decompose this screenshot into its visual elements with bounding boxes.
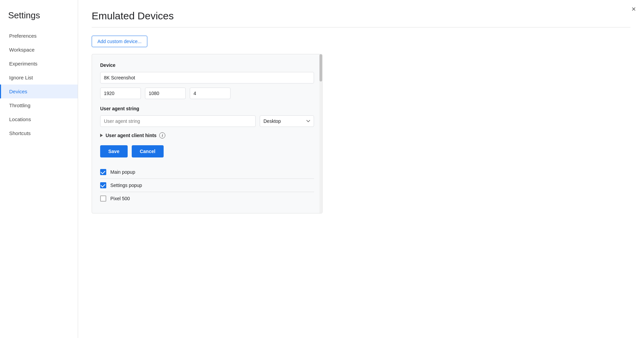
sidebar-item-preferences[interactable]: Preferences (0, 29, 78, 43)
sidebar-item-throttling[interactable]: Throttling (0, 98, 78, 112)
sidebar-item-label-preferences: Preferences (9, 33, 37, 39)
save-button[interactable]: Save (100, 145, 128, 157)
settings-popup-checkbox[interactable] (100, 182, 106, 188)
main-popup-checkbox[interactable] (100, 169, 106, 175)
dpr-input[interactable] (190, 88, 231, 99)
cancel-button[interactable]: Cancel (132, 145, 164, 157)
sidebar-item-label-ignore-list: Ignore List (9, 75, 33, 80)
pixel-500-checkbox[interactable] (100, 195, 106, 202)
user-agent-row: Desktop Mobile Tablet (100, 115, 314, 127)
sidebar-item-locations[interactable]: Locations (0, 112, 78, 126)
width-input[interactable] (100, 88, 141, 99)
list-item: Main popup (100, 166, 314, 179)
list-item: Settings popup (100, 179, 314, 192)
sidebar-item-devices[interactable]: Devices (0, 84, 78, 98)
page-title: Emulated Devices (92, 10, 630, 27)
close-button[interactable]: × (631, 5, 636, 13)
settings-container: Settings Preferences Workspace Experimen… (0, 0, 644, 338)
client-hints-label: User agent client hints (106, 133, 157, 138)
user-agent-label: User agent string (100, 106, 314, 111)
device-type-select[interactable]: Desktop Mobile Tablet (260, 115, 314, 127)
add-custom-device-button[interactable]: Add custom device... (92, 36, 147, 47)
main-content: × Emulated Devices Add custom device... … (78, 0, 644, 338)
client-hints-row[interactable]: User agent client hints i (100, 132, 314, 138)
scrollbar-track[interactable] (319, 54, 322, 213)
device-form-panel: Device User agent string Desktop Mobile … (92, 54, 323, 213)
triangle-icon (100, 134, 103, 137)
sidebar: Settings Preferences Workspace Experimen… (0, 0, 78, 338)
settings-popup-label: Settings popup (110, 183, 142, 188)
info-icon: i (159, 132, 165, 138)
sidebar-item-label-locations: Locations (9, 116, 31, 122)
user-agent-section: Desktop Mobile Tablet (100, 115, 314, 127)
sidebar-item-label-experiments: Experiments (9, 61, 37, 67)
device-name-input[interactable] (100, 72, 314, 83)
sidebar-item-workspace[interactable]: Workspace (0, 43, 78, 57)
device-list: Main popup Settings popup Pixel 500 (100, 166, 314, 205)
dimensions-row (100, 88, 314, 99)
sidebar-item-label-devices: Devices (9, 89, 27, 94)
device-section-label: Device (100, 62, 314, 68)
main-popup-label: Main popup (110, 169, 135, 175)
sidebar-item-label-workspace: Workspace (9, 47, 35, 53)
action-buttons: Save Cancel (100, 145, 314, 157)
sidebar-item-shortcuts[interactable]: Shortcuts (0, 126, 78, 140)
sidebar-item-experiments[interactable]: Experiments (0, 57, 78, 71)
user-agent-input[interactable] (100, 115, 256, 127)
height-input[interactable] (145, 88, 186, 99)
settings-title: Settings (0, 7, 78, 29)
pixel-500-label: Pixel 500 (110, 196, 130, 201)
scrollbar-thumb[interactable] (319, 54, 322, 81)
sidebar-item-label-throttling: Throttling (9, 102, 31, 108)
sidebar-item-ignore-list[interactable]: Ignore List (0, 71, 78, 84)
sidebar-item-label-shortcuts: Shortcuts (9, 130, 31, 136)
list-item: Pixel 500 (100, 192, 314, 205)
